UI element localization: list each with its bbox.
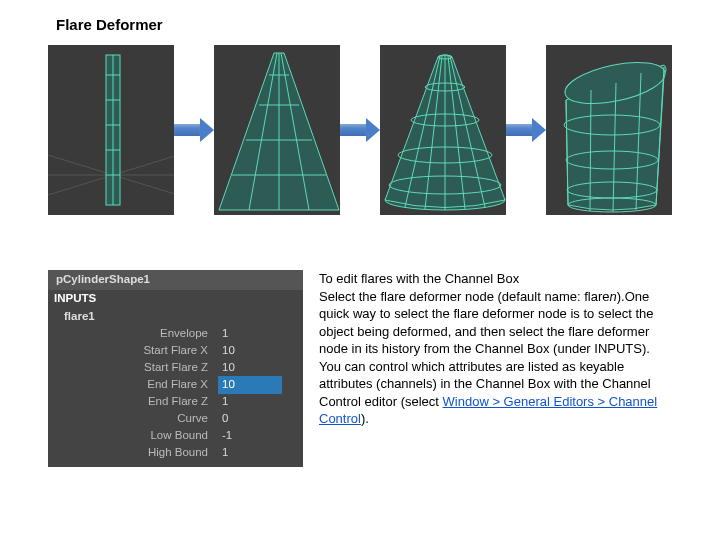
attr-row[interactable]: High Bound1 [48,444,303,461]
doc-ital: n [610,289,617,304]
attr-label: Envelope [68,325,218,343]
attr-row[interactable]: End Flare X10 [48,376,303,393]
attr-value[interactable]: 10 [218,342,282,360]
attr-label: End Flare X [68,376,218,394]
attr-value[interactable]: 1 [218,325,282,343]
attr-row[interactable]: Curve0 [48,410,303,427]
attr-label: Curve [68,410,218,428]
viewport-1-cylinder [48,45,174,215]
deformer-steps-gallery [48,45,672,215]
attr-label: End Flare Z [68,393,218,411]
attr-row[interactable]: Low Bound-1 [48,427,303,444]
arrow-icon [506,118,546,142]
arrow-icon [174,118,214,142]
attr-value[interactable]: 10 [218,359,282,377]
viewport-3-cone [380,45,506,215]
attr-row[interactable]: End Flare Z1 [48,393,303,410]
viewport-2-flare-x [214,45,340,215]
doc-line: ). [361,411,369,426]
instruction-text: To edit flares with the Channel Box Sele… [319,270,672,467]
attr-value[interactable]: 1 [218,444,282,462]
attr-label: Start Flare X [68,342,218,360]
doc-line: Select the flare deformer node (default … [319,289,610,304]
attr-row[interactable]: Start Flare Z10 [48,359,303,376]
arrow-icon [340,118,380,142]
attr-row[interactable]: Envelope1 [48,325,303,342]
shape-node-row[interactable]: pCylinderShape1 [48,270,303,290]
attr-value[interactable]: 0 [218,410,282,428]
attr-label: High Bound [68,444,218,462]
deformer-node-row[interactable]: flare1 [48,308,303,326]
attr-value[interactable]: 1 [218,393,282,411]
inputs-heading: INPUTS [48,290,303,308]
viewport-4-sheared [546,45,672,215]
attr-row[interactable]: Start Flare X10 [48,342,303,359]
channel-box-panel: pCylinderShape1 INPUTS flare1 Envelope1S… [48,270,303,467]
attr-value[interactable]: -1 [218,427,282,445]
attr-value[interactable]: 10 [218,376,282,394]
attr-label: Low Bound [68,427,218,445]
doc-line: To edit flares with the Channel Box [319,271,519,286]
attr-label: Start Flare Z [68,359,218,377]
page-title: Flare Deformer [56,16,163,33]
